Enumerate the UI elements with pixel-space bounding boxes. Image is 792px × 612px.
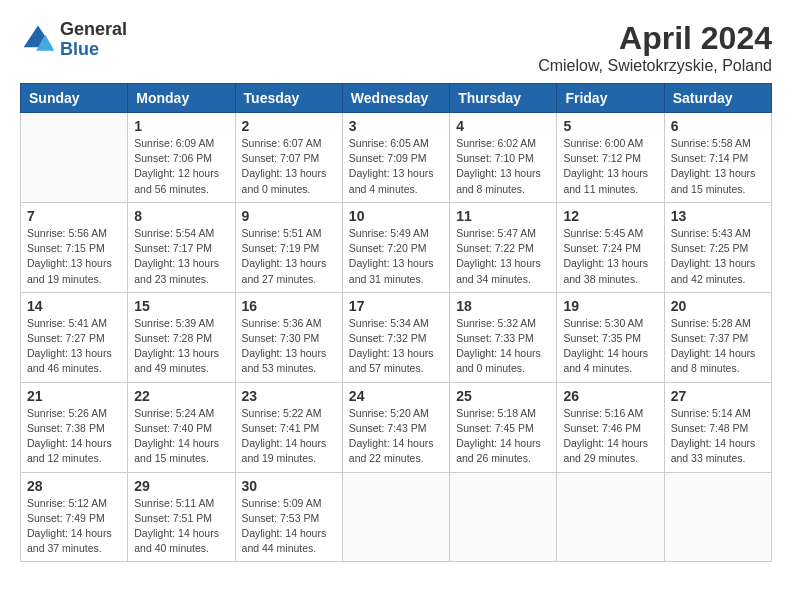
calendar-cell (557, 472, 664, 562)
calendar: SundayMondayTuesdayWednesdayThursdayFrid… (20, 83, 772, 562)
calendar-cell: 1Sunrise: 6:09 AMSunset: 7:06 PMDaylight… (128, 113, 235, 203)
calendar-cell: 20Sunrise: 5:28 AMSunset: 7:37 PMDayligh… (664, 292, 771, 382)
day-number: 15 (134, 298, 228, 314)
calendar-cell: 14Sunrise: 5:41 AMSunset: 7:27 PMDayligh… (21, 292, 128, 382)
logo-general: General (60, 20, 127, 40)
calendar-cell: 22Sunrise: 5:24 AMSunset: 7:40 PMDayligh… (128, 382, 235, 472)
day-info: Sunrise: 5:26 AMSunset: 7:38 PMDaylight:… (27, 406, 121, 467)
day-number: 18 (456, 298, 550, 314)
weekday-header: Thursday (450, 84, 557, 113)
calendar-cell: 7Sunrise: 5:56 AMSunset: 7:15 PMDaylight… (21, 202, 128, 292)
calendar-cell: 21Sunrise: 5:26 AMSunset: 7:38 PMDayligh… (21, 382, 128, 472)
day-number: 6 (671, 118, 765, 134)
weekday-header: Friday (557, 84, 664, 113)
day-number: 22 (134, 388, 228, 404)
calendar-cell: 26Sunrise: 5:16 AMSunset: 7:46 PMDayligh… (557, 382, 664, 472)
day-number: 24 (349, 388, 443, 404)
calendar-cell: 11Sunrise: 5:47 AMSunset: 7:22 PMDayligh… (450, 202, 557, 292)
day-info: Sunrise: 6:07 AMSunset: 7:07 PMDaylight:… (242, 136, 336, 197)
logo-blue: Blue (60, 40, 127, 60)
day-info: Sunrise: 5:11 AMSunset: 7:51 PMDaylight:… (134, 496, 228, 557)
day-info: Sunrise: 5:34 AMSunset: 7:32 PMDaylight:… (349, 316, 443, 377)
calendar-cell: 6Sunrise: 5:58 AMSunset: 7:14 PMDaylight… (664, 113, 771, 203)
calendar-cell (342, 472, 449, 562)
day-info: Sunrise: 5:18 AMSunset: 7:45 PMDaylight:… (456, 406, 550, 467)
calendar-cell: 2Sunrise: 6:07 AMSunset: 7:07 PMDaylight… (235, 113, 342, 203)
calendar-cell: 25Sunrise: 5:18 AMSunset: 7:45 PMDayligh… (450, 382, 557, 472)
day-info: Sunrise: 5:56 AMSunset: 7:15 PMDaylight:… (27, 226, 121, 287)
day-number: 3 (349, 118, 443, 134)
day-number: 27 (671, 388, 765, 404)
day-info: Sunrise: 5:09 AMSunset: 7:53 PMDaylight:… (242, 496, 336, 557)
calendar-cell: 19Sunrise: 5:30 AMSunset: 7:35 PMDayligh… (557, 292, 664, 382)
day-info: Sunrise: 5:16 AMSunset: 7:46 PMDaylight:… (563, 406, 657, 467)
week-row: 1Sunrise: 6:09 AMSunset: 7:06 PMDaylight… (21, 113, 772, 203)
calendar-cell: 3Sunrise: 6:05 AMSunset: 7:09 PMDaylight… (342, 113, 449, 203)
day-number: 14 (27, 298, 121, 314)
week-row: 21Sunrise: 5:26 AMSunset: 7:38 PMDayligh… (21, 382, 772, 472)
day-number: 26 (563, 388, 657, 404)
day-number: 17 (349, 298, 443, 314)
day-info: Sunrise: 6:00 AMSunset: 7:12 PMDaylight:… (563, 136, 657, 197)
day-number: 5 (563, 118, 657, 134)
calendar-cell: 10Sunrise: 5:49 AMSunset: 7:20 PMDayligh… (342, 202, 449, 292)
calendar-cell: 5Sunrise: 6:00 AMSunset: 7:12 PMDaylight… (557, 113, 664, 203)
weekday-header: Monday (128, 84, 235, 113)
logo: General Blue (20, 20, 127, 60)
day-info: Sunrise: 5:24 AMSunset: 7:40 PMDaylight:… (134, 406, 228, 467)
day-info: Sunrise: 5:51 AMSunset: 7:19 PMDaylight:… (242, 226, 336, 287)
day-info: Sunrise: 5:28 AMSunset: 7:37 PMDaylight:… (671, 316, 765, 377)
day-number: 2 (242, 118, 336, 134)
calendar-cell: 8Sunrise: 5:54 AMSunset: 7:17 PMDaylight… (128, 202, 235, 292)
day-info: Sunrise: 5:22 AMSunset: 7:41 PMDaylight:… (242, 406, 336, 467)
calendar-cell (21, 113, 128, 203)
day-info: Sunrise: 5:39 AMSunset: 7:28 PMDaylight:… (134, 316, 228, 377)
day-info: Sunrise: 5:54 AMSunset: 7:17 PMDaylight:… (134, 226, 228, 287)
day-info: Sunrise: 5:20 AMSunset: 7:43 PMDaylight:… (349, 406, 443, 467)
weekday-header: Sunday (21, 84, 128, 113)
day-number: 21 (27, 388, 121, 404)
day-number: 12 (563, 208, 657, 224)
weekday-header: Tuesday (235, 84, 342, 113)
day-info: Sunrise: 5:32 AMSunset: 7:33 PMDaylight:… (456, 316, 550, 377)
day-info: Sunrise: 5:47 AMSunset: 7:22 PMDaylight:… (456, 226, 550, 287)
day-number: 29 (134, 478, 228, 494)
week-row: 28Sunrise: 5:12 AMSunset: 7:49 PMDayligh… (21, 472, 772, 562)
calendar-cell: 23Sunrise: 5:22 AMSunset: 7:41 PMDayligh… (235, 382, 342, 472)
calendar-cell: 24Sunrise: 5:20 AMSunset: 7:43 PMDayligh… (342, 382, 449, 472)
day-info: Sunrise: 6:05 AMSunset: 7:09 PMDaylight:… (349, 136, 443, 197)
calendar-cell: 4Sunrise: 6:02 AMSunset: 7:10 PMDaylight… (450, 113, 557, 203)
day-info: Sunrise: 5:45 AMSunset: 7:24 PMDaylight:… (563, 226, 657, 287)
day-number: 1 (134, 118, 228, 134)
day-info: Sunrise: 5:49 AMSunset: 7:20 PMDaylight:… (349, 226, 443, 287)
day-info: Sunrise: 5:36 AMSunset: 7:30 PMDaylight:… (242, 316, 336, 377)
day-number: 19 (563, 298, 657, 314)
day-number: 25 (456, 388, 550, 404)
calendar-cell: 18Sunrise: 5:32 AMSunset: 7:33 PMDayligh… (450, 292, 557, 382)
month-title: April 2024 (538, 20, 772, 57)
calendar-cell: 17Sunrise: 5:34 AMSunset: 7:32 PMDayligh… (342, 292, 449, 382)
calendar-cell (450, 472, 557, 562)
day-number: 16 (242, 298, 336, 314)
weekday-header: Saturday (664, 84, 771, 113)
logo-text: General Blue (60, 20, 127, 60)
day-number: 7 (27, 208, 121, 224)
week-row: 7Sunrise: 5:56 AMSunset: 7:15 PMDaylight… (21, 202, 772, 292)
day-info: Sunrise: 6:02 AMSunset: 7:10 PMDaylight:… (456, 136, 550, 197)
day-number: 4 (456, 118, 550, 134)
day-info: Sunrise: 5:41 AMSunset: 7:27 PMDaylight:… (27, 316, 121, 377)
weekday-header: Wednesday (342, 84, 449, 113)
calendar-cell: 12Sunrise: 5:45 AMSunset: 7:24 PMDayligh… (557, 202, 664, 292)
day-info: Sunrise: 5:30 AMSunset: 7:35 PMDaylight:… (563, 316, 657, 377)
day-number: 9 (242, 208, 336, 224)
day-number: 28 (27, 478, 121, 494)
day-number: 13 (671, 208, 765, 224)
logo-icon (20, 22, 56, 58)
calendar-cell: 13Sunrise: 5:43 AMSunset: 7:25 PMDayligh… (664, 202, 771, 292)
day-info: Sunrise: 5:58 AMSunset: 7:14 PMDaylight:… (671, 136, 765, 197)
day-number: 10 (349, 208, 443, 224)
calendar-cell: 16Sunrise: 5:36 AMSunset: 7:30 PMDayligh… (235, 292, 342, 382)
day-number: 30 (242, 478, 336, 494)
day-number: 20 (671, 298, 765, 314)
location: Cmielow, Swietokrzyskie, Poland (538, 57, 772, 75)
